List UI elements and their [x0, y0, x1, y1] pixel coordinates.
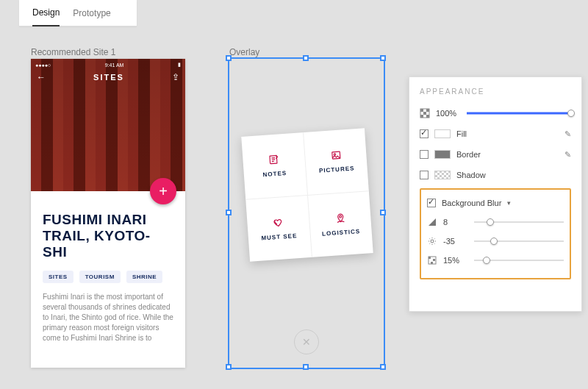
overlay-cell-label: PICTURES: [319, 165, 355, 174]
shadow-swatch[interactable]: [434, 171, 451, 179]
content-area: FUSHIMI INARI TRAIL, KYOTO-SHI SITES TOU…: [31, 191, 185, 343]
shadow-label: Shadow: [456, 171, 486, 179]
blur-amount-icon: [427, 217, 437, 227]
description-text: Fushimi Inari is the most important of s…: [43, 292, 173, 343]
opacity-icon: [420, 108, 430, 118]
resize-handle[interactable]: [303, 55, 309, 61]
border-label: Border: [456, 150, 481, 159]
svg-point-3: [339, 215, 341, 218]
noise-slider[interactable]: [474, 257, 564, 264]
artboard-recommended-site[interactable]: ●●●●○ 9:41 AM ▮ ← SITES ⇪ + FUSHIMI INAR…: [31, 59, 185, 368]
appearance-panel: APPEARANCE 100% Fill ✎ Border ✎ Shadow B…: [409, 76, 582, 312]
nav-title: SITES: [93, 73, 124, 82]
svg-rect-6: [426, 109, 429, 112]
noise-icon: [427, 255, 437, 265]
resize-handle[interactable]: [226, 364, 232, 370]
blur-amount-slider[interactable]: [474, 218, 564, 226]
fill-swatch[interactable]: [434, 129, 451, 138]
chip-row: SITES TOURISM SHRINE: [43, 271, 173, 283]
artboard-overlay[interactable]: NOTES PICTURES MUST SEE LOGISTICS ✕: [229, 59, 384, 368]
fill-row: Fill ✎: [420, 125, 571, 143]
overlay-cell-notes[interactable]: NOTES: [241, 132, 307, 199]
svg-point-2: [334, 154, 335, 155]
close-overlay-button[interactable]: ✕: [294, 329, 319, 354]
shadow-row: Shadow: [420, 166, 571, 184]
resize-handle[interactable]: [380, 55, 386, 61]
resize-handle[interactable]: [226, 210, 232, 215]
brightness-icon: [427, 236, 437, 246]
notes-icon: [268, 154, 279, 165]
signal-icon: ●●●●○: [35, 63, 51, 68]
resize-handle[interactable]: [380, 364, 386, 370]
share-icon[interactable]: ⇪: [172, 72, 179, 82]
chip[interactable]: SHRINE: [126, 271, 162, 283]
status-time: 9:41 AM: [105, 63, 124, 68]
status-bar: ●●●●○ 9:41 AM ▮: [31, 59, 185, 71]
overlay-cell-must-see[interactable]: MUST SEE: [245, 195, 312, 262]
resize-handle[interactable]: [380, 210, 386, 215]
overlay-cell-label: MUST SEE: [261, 232, 297, 241]
chevron-down-icon[interactable]: ▾: [507, 199, 511, 207]
shadow-checkbox[interactable]: [420, 171, 429, 179]
background-blur-group: Background Blur ▾ 8 -35 15%: [420, 188, 571, 279]
border-row: Border ✎: [420, 146, 571, 163]
opacity-value[interactable]: 100%: [436, 109, 461, 118]
tab-prototype[interactable]: Prototype: [73, 1, 110, 26]
blur-amount-value[interactable]: 8: [443, 218, 468, 226]
artboard-label[interactable]: Overlay: [229, 47, 259, 57]
overlay-cell-pictures[interactable]: PICTURES: [303, 128, 369, 195]
chip[interactable]: TOURISM: [79, 271, 121, 283]
bgblur-label[interactable]: Background Blur: [442, 199, 501, 207]
mode-tabs: Design Prototype: [19, 0, 137, 26]
svg-rect-12: [429, 257, 431, 259]
pictures-icon: [330, 150, 341, 161]
back-icon[interactable]: ←: [37, 72, 46, 82]
brightness-slider[interactable]: [474, 238, 564, 245]
svg-rect-7: [423, 112, 426, 115]
map-pin-icon: [334, 213, 345, 224]
opacity-slider[interactable]: [467, 111, 571, 115]
fill-label: Fill: [456, 129, 467, 138]
eyedropper-icon[interactable]: ✎: [564, 150, 571, 160]
border-checkbox[interactable]: [420, 150, 429, 159]
hero-nav: ← SITES ⇪: [37, 72, 179, 82]
battery-icon: ▮: [178, 62, 181, 68]
close-icon: ✕: [302, 336, 311, 348]
opacity-row: 100%: [420, 104, 571, 122]
svg-rect-13: [433, 259, 435, 261]
hero-image: ●●●●○ 9:41 AM ▮ ← SITES ⇪ +: [31, 59, 185, 191]
border-swatch[interactable]: [434, 150, 451, 159]
svg-point-10: [431, 240, 434, 243]
fill-checkbox[interactable]: [420, 129, 429, 138]
brightness-value[interactable]: -35: [443, 237, 468, 246]
overlay-cell-label: NOTES: [262, 170, 287, 178]
svg-rect-5: [420, 109, 423, 112]
svg-rect-14: [431, 262, 433, 264]
tab-design[interactable]: Design: [32, 0, 60, 26]
svg-rect-8: [420, 115, 423, 118]
fab-add-button[interactable]: +: [150, 178, 176, 204]
chip[interactable]: SITES: [43, 271, 74, 283]
noise-value[interactable]: 15%: [443, 256, 468, 265]
svg-rect-9: [426, 115, 429, 118]
overlay-cell-logistics[interactable]: LOGISTICS: [307, 190, 373, 257]
resize-handle[interactable]: [303, 364, 309, 370]
heart-icon: [273, 217, 284, 228]
bgblur-checkbox[interactable]: [427, 199, 436, 207]
panel-title: APPEARANCE: [420, 88, 571, 96]
eyedropper-icon[interactable]: ✎: [564, 129, 571, 139]
overlay-card[interactable]: NOTES PICTURES MUST SEE LOGISTICS: [241, 128, 373, 261]
artboard-label[interactable]: Recommended Site 1: [31, 47, 115, 57]
page-title: FUSHIMI INARI TRAIL, KYOTO-SHI: [43, 212, 173, 260]
overlay-cell-label: LOGISTICS: [322, 228, 361, 238]
